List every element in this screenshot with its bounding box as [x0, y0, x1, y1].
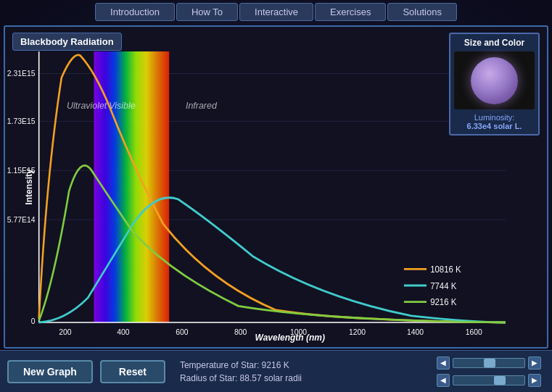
bottom-control-bar: New Graph Reset Temperature of Star: 921… [0, 350, 552, 392]
star-info-section: Temperature of Star: 9216 K Radius of St… [173, 359, 429, 385]
temperature-display: Temperature of Star: 9216 K [180, 359, 429, 372]
chart-title: Blackbody Radiation [12, 33, 122, 51]
y-axis-label: Intensity [24, 169, 34, 204]
svg-text:9216 K: 9216 K [430, 297, 456, 308]
svg-text:600: 600 [176, 328, 188, 337]
temperature-slider-track[interactable] [453, 358, 525, 368]
new-graph-button[interactable]: New Graph [7, 360, 93, 383]
svg-rect-18 [94, 51, 169, 322]
size-color-title: Size and Color [454, 38, 535, 48]
temp-increase-button[interactable]: ▶ [528, 356, 541, 370]
tab-interactive[interactable]: Interactive [239, 3, 313, 21]
tab-howto[interactable]: How To [176, 3, 238, 21]
radius-slider-track[interactable] [453, 375, 525, 385]
svg-text:5.77E14: 5.77E14 [7, 214, 36, 224]
svg-text:400: 400 [117, 328, 129, 337]
top-navigation: Introduction How To Interactive Exercise… [0, 0, 552, 23]
svg-text:1400: 1400 [407, 328, 424, 337]
luminosity-value: 6.33e4 solar L. [454, 122, 535, 130]
main-chart-area: Blackbody Radiation Size and Color Lumin… [4, 25, 548, 349]
radius-decrease-button[interactable]: ◀ [437, 374, 450, 387]
tab-solutions[interactable]: Solutions [387, 3, 456, 21]
x-axis-label: Wavelength (nm) [255, 333, 325, 343]
radius-slider-thumb[interactable] [494, 376, 506, 385]
svg-text:Ultraviolet: Ultraviolet [67, 100, 108, 112]
svg-text:0: 0 [31, 317, 36, 326]
svg-text:2.31E15: 2.31E15 [7, 69, 36, 78]
svg-text:Infrared: Infrared [186, 100, 218, 112]
svg-text:1.73E15: 1.73E15 [7, 116, 36, 125]
star-circle [471, 57, 518, 104]
temperature-slider-row: ◀ ▶ [437, 356, 541, 370]
svg-text:1200: 1200 [349, 328, 366, 337]
tab-introduction[interactable]: Introduction [95, 3, 175, 21]
temp-decrease-button[interactable]: ◀ [437, 356, 450, 370]
tab-exercises[interactable]: Exercises [315, 3, 386, 21]
radius-display: Radius of Star: 88.57 solar radii [180, 372, 429, 385]
svg-text:7744 K: 7744 K [430, 280, 456, 291]
temperature-slider-thumb[interactable] [484, 359, 495, 367]
svg-text:200: 200 [59, 328, 71, 337]
svg-text:800: 800 [234, 328, 247, 337]
radius-increase-button[interactable]: ▶ [528, 374, 541, 387]
reset-button[interactable]: Reset [100, 360, 165, 383]
size-color-panel: Size and Color Luminosity: 6.33e4 solar … [449, 33, 540, 135]
svg-text:Visible: Visible [109, 100, 135, 112]
svg-text:1600: 1600 [466, 328, 482, 337]
radius-slider-row: ◀ ▶ [437, 374, 541, 387]
sliders-section: ◀ ▶ ◀ ▶ [437, 356, 541, 387]
svg-text:10816 K: 10816 K [430, 264, 461, 275]
luminosity-label: Luminosity: [454, 113, 535, 122]
star-display [454, 51, 535, 109]
